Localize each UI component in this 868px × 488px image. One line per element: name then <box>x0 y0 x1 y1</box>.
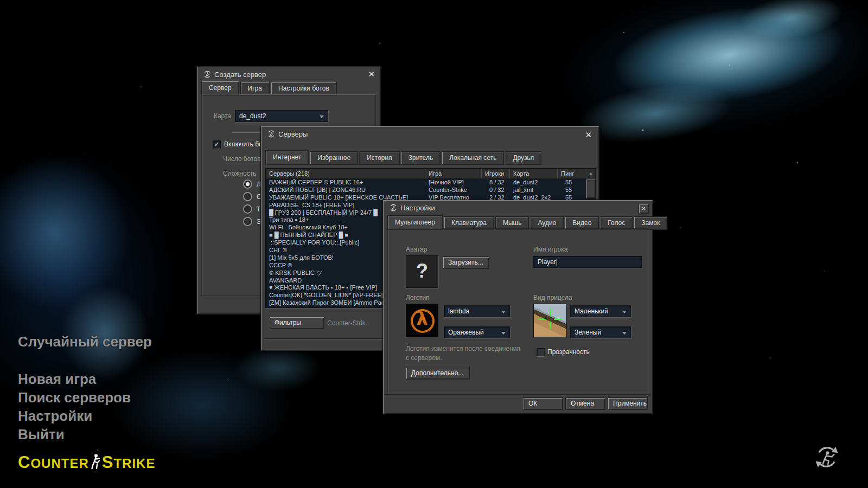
crosshair-color-value: Зеленый <box>575 329 601 336</box>
logo-dropdown-value: lambda <box>448 307 469 315</box>
avatar[interactable]: ? <box>406 255 438 288</box>
server-name-cell: ВАЖНЫЙ СЕРВЕР © PUBLIC 16+ <box>266 179 425 187</box>
soldier-icon <box>90 453 101 470</box>
ok-button[interactable]: ОК <box>523 397 563 410</box>
column-header-game[interactable]: Игра <box>425 169 482 179</box>
chevron-down-icon <box>501 311 506 313</box>
menu-item-settings[interactable]: Настройки <box>18 408 92 425</box>
player-name-value: Player <box>538 258 556 266</box>
sort-arrow-icon[interactable]: ▲ <box>586 169 595 179</box>
server-players-cell: 0 / 32 <box>482 187 510 194</box>
server-name-cell: АДСКИЙ ПОБЕГ [JB] | ZONE46.RU <box>266 187 425 194</box>
difficulty-label: Сложность <box>223 170 256 177</box>
cs-window-icon <box>389 203 398 212</box>
settings-window: Настройки ✕ МультиплеерКлавиатураМышьАуд… <box>382 200 653 414</box>
upload-avatar-button[interactable]: Загрузить... <box>443 256 489 269</box>
player-name-label: Имя игрока <box>533 246 567 253</box>
servers-tab-2[interactable]: Избранное <box>310 151 358 165</box>
crosshair-size-value: Маленький <box>575 307 608 315</box>
servers-tab-6[interactable]: Друзья <box>505 151 541 165</box>
column-header-ping[interactable]: Пинг <box>558 169 586 179</box>
close-icon[interactable]: ✕ <box>585 130 592 140</box>
lambda-icon: λ <box>406 307 438 329</box>
chevron-down-icon <box>622 332 627 335</box>
map-dropdown[interactable]: de_dust2 <box>235 110 328 122</box>
logo-color-value: Оранжевый <box>448 329 484 336</box>
difficulty-radio-icon[interactable] <box>243 179 252 189</box>
close-button[interactable]: ✕ <box>639 204 649 214</box>
cancel-button[interactable]: Отмена <box>565 397 605 410</box>
create-server-tab-1[interactable]: Сервер <box>201 81 239 95</box>
transparency-checkbox[interactable] <box>537 348 545 356</box>
cs-circle-icon <box>814 444 840 471</box>
column-header-players[interactable]: Игроки <box>482 169 510 179</box>
advanced-button[interactable]: Дополнительно... <box>406 367 470 380</box>
text-caret <box>557 259 557 266</box>
crosshair-line <box>554 319 561 320</box>
window-title: Создать сервер <box>214 70 266 79</box>
crosshair-label: Вид прицела <box>533 294 572 301</box>
settings-titlebar[interactable]: Настройки ✕ <box>383 200 653 215</box>
spray-logo-preview: λ <box>406 304 438 337</box>
server-map-cell: de_dust2 <box>510 179 558 187</box>
scrollbar-thumb[interactable] <box>586 179 595 198</box>
server-list-header: Серверы (218) Игра Игроки Карта Пинг <box>266 169 595 179</box>
servers-tab-5[interactable]: Локальная сеть <box>442 151 504 165</box>
server-ping-cell: 55 <box>558 179 586 187</box>
player-name-input[interactable]: Player <box>533 256 642 268</box>
avatar-label: Аватар <box>406 246 427 253</box>
crosshair-line <box>550 309 551 316</box>
server-game-cell: [Ночной VIP] <box>425 179 482 187</box>
chevron-down-icon <box>320 115 324 118</box>
servers-tab-1[interactable]: Интернет <box>265 150 309 165</box>
difficulty-radio-icon[interactable] <box>243 217 252 226</box>
logo-label: Логотип <box>406 294 430 301</box>
filters-button[interactable]: Фильтры <box>269 317 324 329</box>
counter-strike-logo: Counter Strike <box>18 453 155 470</box>
create-server-titlebar[interactable]: Создать сервер ✕ <box>197 67 380 82</box>
logo-text-strike: Strike <box>102 457 156 470</box>
game-filter-value: Counter-Strik.. <box>327 319 369 327</box>
server-row[interactable]: АДСКИЙ ПОБЕГ [JB] | ZONE46.RUCounter-Str… <box>266 187 595 194</box>
server-players-cell: 8 / 32 <box>482 179 510 187</box>
crosshair-line <box>539 319 546 320</box>
column-header-servers[interactable]: Серверы (218) <box>266 169 425 179</box>
column-header-map[interactable]: Карта <box>510 169 558 179</box>
menu-item-quit[interactable]: Выйти <box>18 426 65 443</box>
logo-color-dropdown[interactable]: Оранжевый <box>444 326 510 338</box>
difficulty-radio-icon[interactable] <box>243 204 252 214</box>
logo-note-line2: с сервером. <box>406 354 442 362</box>
server-row[interactable]: ВАЖНЫЙ СЕРВЕР © PUBLIC 16+[Ночной VIP]8 … <box>266 179 595 187</box>
window-title: Серверы <box>278 130 308 138</box>
crosshair-color-dropdown[interactable]: Зеленый <box>570 326 631 338</box>
logo-text-counter: Counter <box>18 457 89 470</box>
difficulty-radio-icon[interactable] <box>243 192 252 201</box>
map-label: Карта <box>201 112 231 120</box>
transparency-label: Прозрачность <box>547 348 590 356</box>
server-map-cell: jail_xmf <box>510 187 558 194</box>
logo-dropdown[interactable]: lambda <box>444 305 510 317</box>
server-ping-cell: 55 <box>558 187 586 194</box>
bots-count-label: Число ботов <box>223 155 261 163</box>
apply-button[interactable]: Применить <box>608 397 648 410</box>
cs-window-icon <box>267 130 276 138</box>
logo-note-line1: Логотип изменится после соединения <box>406 345 520 352</box>
menu-item-find-servers[interactable]: Поиск серверов <box>18 389 131 406</box>
crosshair-line <box>550 322 551 329</box>
server-game-cell: Counter-Strike <box>425 187 482 194</box>
cs-window-icon <box>203 70 212 79</box>
crosshair-preview <box>533 304 567 337</box>
divider <box>384 394 651 395</box>
crosshair-size-dropdown[interactable]: Маленький <box>570 305 631 317</box>
enable-bots-checkbox[interactable]: ✓ <box>213 140 221 149</box>
chevron-down-icon <box>622 311 627 313</box>
servers-tab-4[interactable]: Зритель <box>401 151 441 165</box>
servers-tab-3[interactable]: История <box>359 151 400 165</box>
menu-item-new-game[interactable]: Новая игра <box>18 371 96 388</box>
servers-titlebar[interactable]: Серверы ✕ <box>261 126 599 142</box>
settings-tab-1[interactable]: Мультиплеер <box>387 215 443 230</box>
map-dropdown-value: de_dust2 <box>239 112 266 120</box>
menu-item-random-server[interactable]: Случайный сервер <box>18 333 152 350</box>
close-icon[interactable]: ✕ <box>368 69 375 79</box>
window-title: Настройки <box>400 204 435 212</box>
